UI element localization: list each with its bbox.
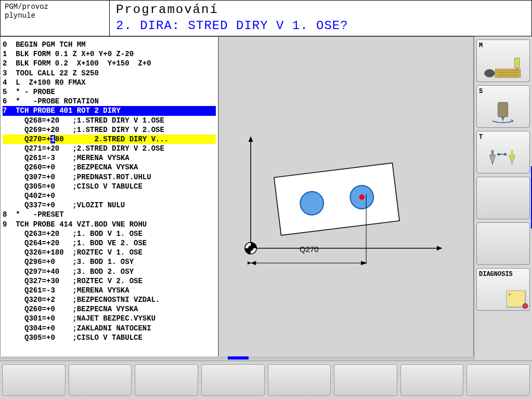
code-line[interactable]: Q297=+40 ;3. BOD 2. OSY bbox=[3, 267, 216, 276]
code-line[interactable]: Q296=+0 ;3. BOD 1. OSY bbox=[3, 257, 216, 267]
svg-point-30 bbox=[523, 303, 528, 309]
code-line[interactable]: Q261=-3 ;MERENA VYSKA bbox=[3, 153, 216, 163]
tool-icon bbox=[479, 146, 527, 171]
code-line[interactable]: Q263=+20 ;1. BOD V 1. OSE bbox=[3, 229, 216, 238]
svg-rect-12 bbox=[496, 69, 521, 77]
softkey-2[interactable] bbox=[69, 364, 132, 396]
svg-rect-4 bbox=[274, 163, 399, 235]
side-btn-4[interactable] bbox=[476, 177, 530, 219]
svg-marker-10 bbox=[251, 261, 256, 265]
spindle-icon bbox=[479, 100, 527, 125]
diag-corner-icon bbox=[522, 303, 528, 309]
side-btn-diagnosis[interactable]: DIAGNOSIS + bbox=[476, 268, 530, 311]
softkey-4[interactable] bbox=[201, 364, 265, 396]
machine-icon bbox=[479, 55, 527, 79]
code-line[interactable]: Q337=+0 ;VLOZIT NULU bbox=[3, 201, 216, 210]
side-btn-5[interactable] bbox=[476, 222, 530, 265]
softkey-7[interactable] bbox=[400, 364, 464, 396]
code-line[interactable]: 2 BLK FORM 0.2 X+100 Y+150 Z+0 bbox=[3, 59, 216, 68]
softkey-5[interactable] bbox=[268, 364, 331, 396]
code-line[interactable]: Q326=+180 ;ROZTEC V 1. OSE bbox=[3, 248, 216, 257]
top-bar: PGM/provoz plynule Programování 2. DIRA:… bbox=[0, 0, 532, 36]
code-panel[interactable]: 0 BEGIN PGM TCH MM1 BLK FORM 0.1 Z X+0 Y… bbox=[0, 36, 218, 360]
code-line[interactable]: Q305=+0 ;CISLO V TABULCE bbox=[3, 182, 216, 191]
side-label-m: M bbox=[479, 42, 483, 49]
svg-marker-29 bbox=[497, 153, 500, 156]
code-line[interactable]: Q261=-3 ;MERENA VYSKA bbox=[3, 286, 216, 295]
graphic-panel: Q270 bbox=[218, 36, 474, 360]
svg-marker-23 bbox=[489, 155, 495, 165]
mode-line1: PGM/provoz bbox=[5, 3, 105, 11]
code-line[interactable]: 3 TOOL CALL 22 Z S250 bbox=[3, 69, 216, 78]
side-btn-s[interactable]: S bbox=[476, 85, 530, 128]
title-main: Programování bbox=[116, 3, 525, 17]
side-label-s: S bbox=[479, 88, 483, 95]
svg-point-17 bbox=[485, 70, 495, 77]
code-line[interactable]: Q268=+20 ;1.STRED DIRY V 1.OSE bbox=[3, 116, 216, 125]
code-line[interactable]: Q304=+0 ;ZAKLADNI NATOCENI bbox=[3, 324, 216, 333]
softkey-3[interactable] bbox=[135, 364, 198, 396]
code-line[interactable]: Q305=+0 ;CISLO V TABULCE bbox=[3, 333, 216, 342]
code-line[interactable]: Q260=+0 ;BEZPECNA VYSKA bbox=[3, 304, 216, 314]
softkey-page-indicator bbox=[0, 356, 474, 360]
code-line[interactable]: Q270=+180 2.STRED DIRY V... bbox=[3, 135, 216, 144]
softkey-1[interactable] bbox=[2, 364, 66, 396]
svg-marker-21 bbox=[501, 117, 504, 122]
dimension-label: Q270 bbox=[300, 245, 319, 254]
code-line[interactable]: Q260=+0 ;BEZPECNA VYSKA bbox=[3, 163, 216, 172]
svg-rect-20 bbox=[498, 102, 508, 117]
code-line[interactable]: 1 BLK FORM 0.1 Z X+0 Y+0 Z-20 bbox=[3, 49, 216, 59]
side-btn-t[interactable]: T bbox=[476, 131, 530, 174]
code-line[interactable]: Q264=+20 ;1. BOD VE 2. OSE bbox=[3, 238, 216, 248]
svg-rect-26 bbox=[511, 150, 513, 155]
code-line[interactable]: 5 * - PROBE bbox=[3, 87, 216, 97]
code-line[interactable]: 9 TCH PROBE 414 VZT.BOD VNE ROHU bbox=[3, 220, 216, 229]
svg-marker-28 bbox=[504, 153, 507, 156]
svg-marker-25 bbox=[509, 155, 515, 165]
title-sub: 2. DIRA: STRED DIRY V 1. OSE? bbox=[116, 19, 525, 33]
side-panel: M S T bbox=[474, 36, 532, 360]
title-box: Programování 2. DIRA: STRED DIRY V 1. OS… bbox=[110, 1, 531, 36]
softkey-bar bbox=[0, 361, 532, 399]
side-label-diagnosis: DIAGNOSIS bbox=[479, 271, 513, 278]
code-line[interactable]: 0 BEGIN PGM TCH MM bbox=[3, 40, 216, 49]
code-line[interactable]: Q307=+0 ;PREDNAST.ROT.UHLU bbox=[3, 172, 216, 182]
code-line[interactable]: Q271=+20 ;2.STRED DIRY V 2.OSE bbox=[3, 144, 216, 153]
svg-rect-18 bbox=[514, 58, 520, 68]
code-line[interactable]: 7 TCH PROBE 401 ROT 2 DIRY bbox=[3, 106, 216, 115]
svg-rect-24 bbox=[491, 150, 494, 155]
code-line[interactable]: Q301=+0 ;NAJET BEZPEC.VYSKU bbox=[3, 314, 216, 323]
softkey-8[interactable] bbox=[466, 364, 530, 396]
mode-box: PGM/provoz plynule bbox=[1, 1, 110, 36]
code-line[interactable]: 4 L Z+100 R0 FMAX bbox=[3, 78, 216, 87]
side-label-t: T bbox=[479, 134, 483, 141]
code-line[interactable]: Q402=+0 bbox=[3, 191, 216, 201]
mode-line2: plynule bbox=[5, 11, 105, 20]
code-line[interactable]: 8 * -PRESET bbox=[3, 210, 216, 219]
code-line[interactable]: Q327=+30 ;ROZTEC V 2. OSE bbox=[3, 276, 216, 286]
code-line[interactable]: Q269=+20 ;1.STRED DIRY V 2.OSE bbox=[3, 125, 216, 135]
code-line[interactable]: 6 * -PROBE ROTATION bbox=[3, 97, 216, 106]
code-line[interactable]: Q320=+2 ;BEZPECNOSTNI VZDAL. bbox=[3, 295, 216, 304]
side-btn-m[interactable]: M bbox=[476, 39, 530, 82]
svg-marker-11 bbox=[361, 261, 366, 265]
softkey-6[interactable] bbox=[334, 364, 397, 396]
cycle-diagram bbox=[219, 37, 473, 359]
